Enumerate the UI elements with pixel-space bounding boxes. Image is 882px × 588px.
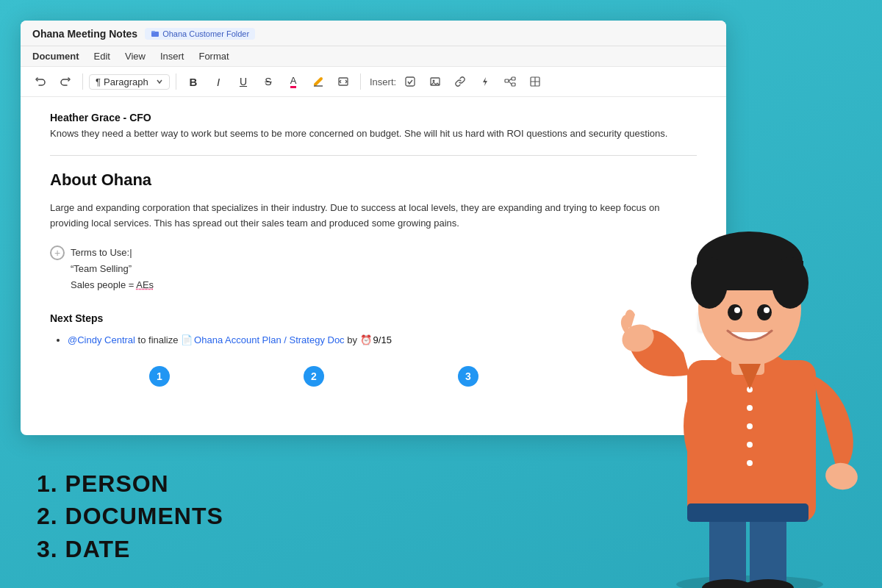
doc-link[interactable]: 📄Ohana Account Plan / Strategy Doc bbox=[181, 334, 345, 345]
about-title: About Ohana bbox=[50, 171, 697, 190]
svg-rect-41 bbox=[687, 503, 808, 522]
relations-icon bbox=[504, 76, 516, 87]
bold-button[interactable]: B bbox=[182, 71, 204, 92]
paragraph-selector[interactable]: ¶ Paragraph bbox=[89, 74, 170, 90]
callout-badge-3: 3 bbox=[458, 366, 478, 387]
about-body: Large and expanding corporation that spe… bbox=[50, 200, 697, 232]
breadcrumb-badge: Ohana Customer Folder bbox=[145, 28, 255, 40]
bullet-action: to finalize bbox=[135, 334, 181, 345]
svg-point-34 bbox=[747, 423, 753, 429]
term1: “Team Selling” bbox=[71, 263, 132, 274]
doc-icon: 📄 bbox=[181, 331, 193, 348]
relations-button[interactable] bbox=[499, 71, 521, 92]
callout-badges-row: 1 2 3 bbox=[50, 362, 697, 388]
svg-point-33 bbox=[747, 405, 753, 411]
svg-point-38 bbox=[823, 460, 860, 492]
svg-line-2 bbox=[315, 79, 321, 85]
embed-icon bbox=[337, 76, 349, 87]
image-insert-button[interactable] bbox=[424, 71, 446, 92]
bottom-label-2: 2. DOCUMENTS bbox=[37, 500, 223, 533]
folder-icon bbox=[151, 29, 159, 38]
calendar-icon: ⏰ bbox=[360, 331, 372, 348]
svg-point-29 bbox=[757, 304, 772, 320]
svg-rect-9 bbox=[512, 77, 515, 80]
terms-label: Terms to Use:| bbox=[71, 247, 132, 258]
italic-button[interactable]: I bbox=[207, 71, 229, 92]
by-text: by bbox=[345, 334, 360, 345]
title-bar: Ohana Meeting Notes Ohana Customer Folde… bbox=[21, 21, 726, 46]
layout-icon bbox=[529, 76, 541, 87]
insert-label: Insert: bbox=[370, 76, 396, 87]
terms-content: Terms to Use:| “Team Selling” Sales peop… bbox=[71, 245, 154, 293]
menu-document[interactable]: Document bbox=[31, 49, 81, 63]
person-description: Knows they need a better way to work but… bbox=[50, 126, 697, 142]
redo-icon bbox=[60, 76, 71, 87]
menu-insert[interactable]: Insert bbox=[159, 49, 186, 63]
callout-badge-1: 1 bbox=[149, 366, 170, 387]
mention-cindy[interactable]: @Cindy Central bbox=[68, 334, 135, 345]
layout-button[interactable] bbox=[524, 71, 546, 92]
bottom-label-3: 3. DATE bbox=[37, 533, 223, 566]
link-icon bbox=[454, 76, 466, 87]
section-divider bbox=[50, 155, 697, 156]
bottom-labels: 1. PERSON 2. DOCUMENTS 3. DATE bbox=[37, 467, 223, 566]
callout-badge-2: 2 bbox=[304, 366, 324, 387]
action-button[interactable] bbox=[474, 71, 496, 92]
character-illustration bbox=[603, 74, 882, 588]
svg-line-11 bbox=[509, 79, 512, 81]
svg-point-36 bbox=[747, 460, 753, 466]
svg-rect-8 bbox=[505, 79, 509, 82]
person-name: Heather Grace - CFO bbox=[50, 112, 697, 123]
svg-point-35 bbox=[747, 442, 753, 448]
add-icon[interactable]: + bbox=[50, 245, 65, 260]
link-insert-button[interactable] bbox=[449, 71, 471, 92]
lightning-icon bbox=[479, 76, 491, 87]
paragraph-icon: ¶ bbox=[96, 76, 101, 87]
date-tag: ⏰9/15 bbox=[360, 334, 392, 345]
menu-format[interactable]: Format bbox=[197, 49, 230, 63]
highlight-icon bbox=[312, 76, 324, 87]
next-steps-title: Next Steps bbox=[50, 312, 697, 324]
image-icon bbox=[429, 76, 441, 87]
embed-button[interactable] bbox=[332, 71, 354, 92]
font-color-button[interactable]: A bbox=[282, 71, 304, 92]
svg-rect-0 bbox=[151, 32, 159, 37]
redo-button[interactable] bbox=[54, 71, 76, 92]
menu-bar: Document Edit View Insert Format bbox=[21, 46, 726, 67]
highlight-button[interactable] bbox=[307, 71, 329, 92]
paragraph-label: Paragraph bbox=[104, 76, 148, 87]
term2-prefix: Sales people = bbox=[71, 279, 136, 290]
svg-point-7 bbox=[433, 80, 435, 82]
bottom-label-1: 1. PERSON bbox=[37, 467, 223, 501]
terms-row: + Terms to Use:| “Team Selling” Sales pe… bbox=[50, 245, 697, 293]
document-title: Ohana Meeting Notes bbox=[32, 28, 137, 40]
divider-3 bbox=[360, 74, 361, 90]
term2-link[interactable]: AEs bbox=[136, 279, 154, 290]
menu-edit[interactable]: Edit bbox=[93, 49, 112, 63]
svg-line-12 bbox=[509, 81, 512, 85]
bullet-list: @Cindy Central to finalize 📄Ohana Accoun… bbox=[50, 331, 697, 348]
svg-point-31 bbox=[764, 307, 770, 313]
breadcrumb-text: Ohana Customer Folder bbox=[162, 29, 249, 38]
undo-icon bbox=[35, 76, 46, 87]
undo-button[interactable] bbox=[29, 71, 51, 92]
checkbox-icon bbox=[404, 76, 416, 87]
strikethrough-button[interactable]: S bbox=[257, 71, 279, 92]
chevron-down-icon bbox=[156, 78, 163, 85]
person-svg bbox=[603, 74, 882, 588]
divider-2 bbox=[176, 74, 176, 90]
divider-1 bbox=[82, 74, 83, 90]
svg-rect-10 bbox=[512, 83, 515, 86]
svg-rect-27 bbox=[697, 261, 803, 290]
checkbox-insert-button[interactable] bbox=[399, 71, 421, 92]
svg-point-30 bbox=[734, 307, 740, 313]
spacer bbox=[50, 299, 697, 312]
svg-rect-5 bbox=[406, 77, 415, 86]
underline-button[interactable]: U bbox=[232, 71, 254, 92]
svg-rect-1 bbox=[151, 31, 155, 32]
menu-view[interactable]: View bbox=[123, 49, 147, 63]
svg-point-28 bbox=[728, 304, 742, 320]
